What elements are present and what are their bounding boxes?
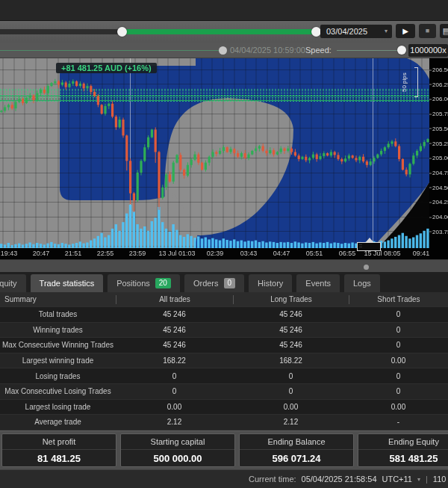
price-tick-mark [429, 217, 432, 217]
table-row: Max Consecutive Losing Trades000 [0, 384, 448, 400]
time-tick-label: 23:59 [129, 250, 146, 257]
time-tick-label: 04:47 [273, 250, 290, 257]
tab-label: Logs [353, 274, 371, 292]
summary-card-value: 81 481.25 [2, 450, 116, 467]
date-value: 03/04/2025 [326, 27, 367, 36]
bottom-panel-tabs: EquityTrade statisticsPositions20Orders0… [0, 272, 448, 292]
speed-value[interactable]: 1000000x [408, 44, 448, 57]
stop-button[interactable]: ■ [419, 24, 436, 38]
table-row-label: Losing trades [0, 372, 116, 380]
summary-card-value: 500 000.00 [121, 450, 234, 467]
table-value-cell: 0 [349, 326, 448, 334]
summary-card-label: Starting capital [121, 434, 234, 450]
table-body: Total trades45 24645 2460Winning trades4… [0, 307, 448, 430]
table-header-cell: Summary [0, 295, 116, 304]
summary-card-net-profit: Net profit81 481.25 [1, 433, 116, 467]
price-tick-label: 205.75 [432, 111, 448, 117]
table-value-cell: 0.00 [116, 403, 233, 411]
pips-scale-label: 50 pips [402, 87, 411, 96]
price-chart: +81 481.25 AUD (+16%) 50 pips :: 206.502… [0, 58, 448, 259]
price-tick-mark [429, 70, 432, 70]
timezone-caret-icon[interactable]: ▾ [417, 476, 420, 483]
table-value-cell: 0 [349, 372, 448, 380]
speed-slider-handle[interactable] [397, 46, 406, 55]
pips-scale-bracket [414, 67, 418, 97]
time-axis[interactable]: 19:4320:4721:5122:5523:5913 Jul 01:0302:… [0, 248, 429, 259]
chart-scrollbar[interactable] [0, 259, 448, 272]
table-value-cell: 0 [349, 341, 448, 349]
table-header-row: SummaryAll tradesLong TradesShort Trades [0, 292, 448, 307]
table-value-cell: 168.22 [233, 356, 349, 365]
table-value-cell: 45 246 [233, 326, 349, 334]
tab-positions[interactable]: Positions20 [108, 274, 180, 292]
tab-trade-statistics[interactable]: Trade statistics [31, 274, 104, 292]
price-axis[interactable]: 206.50206.25206.00205.75205.50205.25205.… [429, 58, 448, 259]
price-tick-mark [429, 173, 432, 173]
price-tick-label: 206.00 [432, 96, 448, 102]
tab-label: Positions [116, 274, 150, 292]
price-tick-label: 203.75 [432, 228, 448, 235]
timeline-progress [122, 29, 317, 34]
tab-equity[interactable]: Equity [0, 274, 26, 292]
pending-datetime: 04/04/2025 10:59:00 [230, 46, 305, 55]
timezone-value[interactable]: UTC+11 [382, 475, 412, 484]
status-bar: Current time: 05/04/2025 21:58:54 UTC+11… [0, 469, 448, 488]
scrollbar-thumb[interactable] [364, 265, 369, 270]
price-tick-mark [429, 84, 432, 85]
tab-orders[interactable]: Orders0 [184, 274, 244, 292]
table-value-cell: 0.00 [349, 403, 448, 411]
table-row: Losing trades000 [0, 368, 448, 384]
table-value-cell: 0.00 [233, 403, 349, 411]
table-value-cell: 45 246 [116, 310, 233, 318]
time-tick-label: 02:39 [207, 250, 224, 257]
playback-toolbar: 03/04/2025 ▾ ▶ ■ ▤ [0, 21, 448, 43]
table-value-cell: 0 [116, 372, 233, 380]
summary-card-value: 581 481.25 [358, 450, 448, 467]
time-tick-label: 22:55 [97, 250, 114, 257]
price-tick-label: 205.00 [432, 155, 448, 161]
tab-history[interactable]: History [249, 274, 292, 292]
timeline-start-handle[interactable] [117, 27, 127, 37]
table-row-label: Largest winning trade [0, 356, 116, 365]
price-tick-mark [429, 232, 432, 232]
journal-button[interactable]: ▤ [440, 24, 448, 38]
time-tick-label: 13 Jul 01:03 [158, 250, 195, 257]
summary-card-ending-balance: Ending Balance596 071.24 [239, 433, 354, 467]
current-time-value: 05/04/2025 21:58:54 [302, 475, 377, 484]
table-row-label: Max Consecutive Losing Trades [0, 387, 116, 395]
speed-toolbar: 04/04/2025 10:59:00 Speed: 1000000x [0, 43, 448, 58]
candlestick-canvas[interactable] [0, 58, 429, 248]
price-tick-label: 205.25 [432, 140, 448, 146]
price-tick-mark [429, 129, 432, 129]
table-value-cell: 2.12 [233, 418, 349, 426]
date-select[interactable]: 03/04/2025 ▾ [320, 25, 392, 38]
tab-events[interactable]: Events [296, 274, 340, 292]
time-tick-label: 19:43 [1, 250, 18, 257]
speed-slider-track[interactable] [337, 50, 402, 51]
tab-logs[interactable]: Logs [344, 274, 380, 292]
price-tick-mark [429, 188, 432, 188]
price-tick-mark [429, 158, 432, 158]
latency-value: 110 m [433, 475, 448, 484]
tab-count-badge: 0 [224, 278, 236, 288]
price-tick-label: 205.50 [432, 125, 448, 132]
status-separator: | [426, 475, 428, 484]
pending-timeline-track [0, 50, 224, 51]
summary-card-label: Ending Balance [240, 434, 353, 450]
tab-label: Trade statistics [40, 274, 95, 292]
price-tick-label: 204.25 [432, 199, 448, 206]
table-value-cell: 0 [116, 387, 233, 395]
price-tick-mark [429, 143, 432, 144]
table-header-cell: Short Trades [349, 295, 448, 304]
table-value-cell: 45 246 [233, 310, 349, 318]
table-value-cell: 0.00 [349, 356, 448, 365]
tab-label: History [258, 274, 283, 292]
time-tick-label: 09:41 [413, 250, 430, 257]
pending-timeline-handle[interactable] [219, 46, 227, 55]
price-tick-mark [429, 99, 432, 99]
play-icon: ▶ [402, 27, 408, 35]
tab-count-badge: 20 [155, 278, 171, 288]
summary-card-label: Ending Equity [358, 434, 448, 450]
play-button[interactable]: ▶ [396, 24, 415, 38]
tab-label: Orders [193, 274, 219, 292]
